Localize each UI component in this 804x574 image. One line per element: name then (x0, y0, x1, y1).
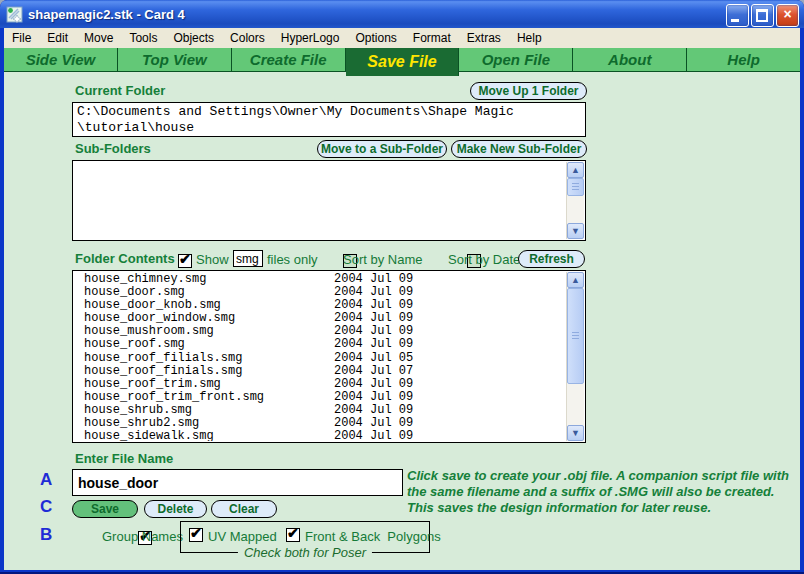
file-date: 2004 Jul 09 (334, 338, 413, 351)
menu-bar: FileEditMoveToolsObjectsColorsHyperLogoO… (4, 28, 800, 49)
file-name: house_roof_finials.smg (74, 365, 334, 378)
make-new-subfolder-button[interactable]: Make New Sub-Folder (451, 140, 587, 158)
refresh-button[interactable]: Refresh (518, 250, 585, 268)
show-files-checkbox[interactable]: ✔ (178, 254, 192, 268)
file-date: 2004 Jul 09 (334, 378, 413, 391)
tab-help[interactable]: Help (687, 48, 800, 72)
menu-format[interactable]: Format (405, 28, 459, 48)
move-up-folder-button[interactable]: Move Up 1 Folder (470, 82, 587, 100)
uv-mapped-label: UV Mapped (208, 529, 277, 544)
tab-save-file[interactable]: Save File (346, 48, 460, 76)
file-list-scrollbar[interactable]: ▲ ▼ (566, 272, 584, 441)
sort-by-date-label: Sort by Date (448, 252, 520, 267)
close-button[interactable]: × (776, 4, 799, 27)
enter-file-name-label: Enter File Name (75, 451, 173, 466)
file-row[interactable]: house_roof_filials.smg2004 Jul 05 (74, 352, 567, 365)
tab-open-file[interactable]: Open File (459, 48, 573, 72)
save-button[interactable]: Save (72, 500, 138, 518)
title-bar: shapemagic2.stk - Card 4 × (0, 0, 804, 28)
folder-contents-listbox[interactable]: house_chimney.smg2004 Jul 09house_door.s… (72, 270, 586, 443)
sub-folders-label: Sub-Folders (75, 141, 151, 156)
scroll-down-icon[interactable]: ▼ (567, 223, 584, 239)
menu-file[interactable]: File (4, 28, 39, 48)
tab-row: Side ViewTop ViewCreate FileSave FileOpe… (4, 48, 800, 71)
file-row[interactable]: house_roof.smg2004 Jul 09 (74, 338, 567, 351)
front-back-label: Front & Back Polygons (305, 529, 441, 544)
uv-mapped-checkbox[interactable]: ✔ (189, 528, 203, 542)
menu-help[interactable]: Help (509, 28, 550, 48)
marker-a: A (40, 470, 52, 490)
file-name: house_roof_trim.smg (74, 378, 334, 391)
file-date: 2004 Jul 05 (334, 352, 413, 365)
file-date: 2004 Jul 09 (334, 391, 413, 404)
subfolders-scrollbar[interactable]: ▲ ▼ (566, 162, 584, 239)
delete-button[interactable]: Delete (144, 500, 207, 518)
sort-by-name-label: Sort by Name (343, 252, 422, 267)
menu-extras[interactable]: Extras (459, 28, 509, 48)
tab-top-view[interactable]: Top View (118, 48, 232, 72)
scroll-up-icon[interactable]: ▲ (567, 272, 584, 288)
minimize-button[interactable] (726, 4, 749, 27)
scrollbar-thumb[interactable] (567, 178, 584, 196)
file-list: house_chimney.smg2004 Jul 09house_door.s… (74, 273, 567, 441)
scroll-down-icon[interactable]: ▼ (567, 425, 584, 441)
file-row[interactable]: house_roof_trim.smg2004 Jul 09 (74, 378, 567, 391)
extension-input[interactable] (233, 250, 263, 267)
tab-create-file[interactable]: Create File (232, 48, 346, 72)
save-note-text: Click save to create your .obj file. A c… (407, 468, 799, 516)
scrollbar-thumb[interactable] (567, 288, 584, 384)
poser-groupbox: ✔ UV Mapped ✔ Front & Back Polygons Chec… (180, 521, 430, 553)
current-folder-label: Current Folder (75, 83, 165, 98)
front-back-checkbox[interactable]: ✔ (286, 528, 300, 542)
file-row[interactable]: house_sidewalk.smg2004 Jul 09 (74, 430, 567, 441)
menu-hyperlogo[interactable]: HyperLogo (273, 28, 348, 48)
poser-note-label: Check both for Poser (238, 545, 372, 560)
file-name: house_roof_filials.smg (74, 352, 334, 365)
tab-side-view[interactable]: Side View (4, 48, 118, 72)
file-name: house_roof.smg (74, 338, 334, 351)
show-label: Show . (196, 252, 236, 267)
folder-contents-label: Folder Contents (75, 251, 175, 266)
move-to-subfolder-button[interactable]: Move to a Sub-Folder (317, 140, 447, 158)
file-name: house_roof_trim_front.smg (74, 391, 334, 404)
app-icon (6, 6, 23, 23)
file-date: 2004 Jul 07 (334, 365, 413, 378)
scroll-up-icon[interactable]: ▲ (567, 162, 584, 178)
window-title: shapemagic2.stk - Card 4 (28, 7, 185, 22)
file-row[interactable]: house_roof_finials.smg2004 Jul 07 (74, 365, 567, 378)
current-folder-path: C:\Documents and Settings\Owner\My Docum… (72, 102, 586, 137)
subfolders-listbox[interactable]: ▲ ▼ (72, 160, 586, 241)
marker-b: B (40, 525, 52, 545)
file-date: 2004 Jul 09 (334, 430, 413, 441)
menu-objects[interactable]: Objects (165, 28, 222, 48)
tab-about[interactable]: About (573, 48, 687, 72)
menu-move[interactable]: Move (76, 28, 121, 48)
file-name-input[interactable] (72, 469, 403, 496)
menu-options[interactable]: Options (347, 28, 404, 48)
maximize-button[interactable] (751, 4, 774, 27)
files-only-label: files only (267, 252, 318, 267)
file-row[interactable]: house_roof_trim_front.smg2004 Jul 09 (74, 391, 567, 404)
app-window: shapemagic2.stk - Card 4 × FileEditMoveT… (0, 0, 804, 574)
menu-edit[interactable]: Edit (39, 28, 76, 48)
menu-tools[interactable]: Tools (121, 28, 165, 48)
clear-button[interactable]: Clear (211, 500, 277, 518)
menu-colors[interactable]: Colors (222, 28, 273, 48)
group-names-label: Group Names (102, 529, 183, 544)
file-name: house_sidewalk.smg (74, 430, 334, 441)
marker-c: C (40, 497, 52, 517)
